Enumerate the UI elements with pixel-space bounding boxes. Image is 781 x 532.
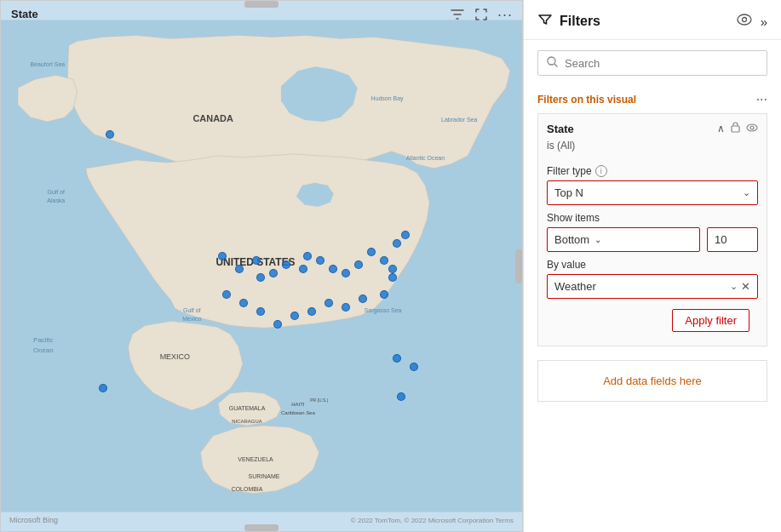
search-icon (547, 56, 558, 70)
more-icon[interactable]: ··· (497, 6, 514, 23)
svg-line-26 (554, 64, 558, 67)
apply-filter-area: Apply filter (547, 306, 758, 339)
svg-text:NICARAGUA: NICARAGUA (232, 419, 262, 424)
filters-header-icons: » (737, 14, 767, 29)
data-dot (388, 273, 397, 282)
data-dot (239, 299, 248, 307)
data-dot (342, 269, 350, 277)
data-dot (410, 363, 418, 371)
data-dot (380, 256, 388, 265)
chevron-right-icon[interactable]: » (761, 14, 767, 29)
filters-panel: Filters » Filters on this visual ··· (523, 0, 781, 532)
data-dot (256, 273, 265, 282)
svg-point-29 (750, 126, 754, 129)
svg-text:Mexico: Mexico (182, 316, 201, 322)
svg-text:Atlantic Ocean: Atlantic Ocean (406, 155, 445, 161)
svg-text:Gulf of: Gulf of (183, 307, 201, 313)
svg-text:Sargasso Sea: Sargasso Sea (365, 307, 402, 314)
map-toolbar: ··· (449, 6, 514, 23)
data-dot (388, 265, 397, 273)
filter-card-header: State ∧ (538, 114, 767, 140)
by-value-label: By value (547, 259, 758, 271)
data-dot (367, 248, 376, 256)
direction-arrow-icon: ⌄ (594, 235, 601, 244)
svg-point-25 (548, 57, 555, 65)
filter-type-label: Filter type i (547, 165, 758, 177)
section-header: Filters on this visual ··· (524, 86, 781, 110)
svg-text:PR (U.S.): PR (U.S.) (310, 398, 329, 403)
section-title: Filters on this visual (537, 94, 636, 106)
by-value-chevron-icon[interactable]: ⌄ (730, 281, 738, 292)
data-dot (397, 392, 405, 401)
svg-text:GUATEMALA: GUATEMALA (229, 405, 266, 411)
filter-card-icons: ∧ (717, 121, 758, 136)
data-dot (99, 384, 107, 392)
data-dot (269, 269, 278, 277)
svg-text:SURINAME: SURINAME (249, 473, 280, 479)
by-value-clear-icon[interactable]: ✕ (741, 280, 750, 293)
show-direction-dropdown[interactable]: Bottom ⌄ (547, 227, 700, 252)
data-dot (235, 265, 244, 273)
show-count-input[interactable] (707, 227, 758, 252)
filter-icon[interactable] (449, 6, 466, 23)
data-dot (401, 231, 410, 239)
search-box[interactable] (537, 50, 767, 76)
data-dot (329, 265, 337, 273)
by-value-dropdown[interactable]: Weather ⌄ ✕ (547, 274, 758, 299)
expand-icon[interactable] (473, 6, 490, 23)
data-dot (222, 290, 231, 299)
filters-title-group: Filters (537, 12, 600, 31)
data-dot (290, 312, 299, 320)
svg-text:COLOMBIA: COLOMBIA (232, 486, 263, 492)
svg-text:Alaska: Alaska (47, 197, 65, 203)
svg-text:Labrador Sea: Labrador Sea (441, 117, 477, 123)
filter-body: Filter type i Top N ⌄ Show items Bottom … (538, 158, 767, 346)
map-svg: CANADA UNITED STATES MEXICO GUATEMALA NI… (1, 1, 522, 531)
filter-funnel-icon (537, 12, 553, 31)
data-dot (359, 295, 367, 303)
add-data-fields[interactable]: Add data fields here (537, 360, 767, 402)
map-section: State ··· (0, 0, 523, 532)
svg-point-24 (742, 18, 746, 22)
data-dot (303, 252, 312, 260)
data-dot (354, 260, 363, 269)
apply-filter-button[interactable]: Apply filter (672, 309, 749, 332)
resize-handle-top[interactable] (244, 1, 279, 8)
data-dot (273, 320, 282, 329)
data-dot (299, 265, 307, 273)
map-copyright: © 2022 TomTom, © 2022 Microsoft Corporat… (351, 517, 514, 524)
section-more-icon[interactable]: ··· (756, 93, 767, 106)
by-value-icons: ⌄ ✕ (730, 280, 750, 293)
data-dot (324, 299, 333, 307)
eye-small-icon[interactable] (746, 123, 758, 134)
svg-text:MEXICO: MEXICO (160, 352, 190, 361)
show-items-label: Show items (547, 212, 758, 224)
search-input[interactable] (565, 57, 758, 70)
collapse-icon[interactable]: ∧ (717, 123, 725, 134)
filter-type-dropdown[interactable]: Top N ⌄ (547, 180, 758, 205)
resize-handle-bottom[interactable] (244, 524, 279, 531)
svg-text:VENEZUELA: VENEZUELA (238, 456, 273, 462)
data-dot (252, 256, 261, 265)
show-items-row: Bottom ⌄ (547, 227, 758, 252)
map-title: State (11, 8, 38, 20)
info-icon[interactable]: i (595, 165, 607, 177)
map-watermark: Microsoft Bing (9, 516, 58, 524)
filter-card-subtitle: is (All) (538, 140, 767, 158)
resize-handle-right[interactable] (515, 249, 522, 283)
data-dot (307, 307, 316, 316)
data-dot (282, 260, 290, 269)
filters-header: Filters » (524, 0, 781, 40)
filters-panel-title: Filters (560, 14, 600, 29)
data-dot (342, 303, 350, 312)
dropdown-arrow-icon: ⌄ (743, 187, 750, 198)
svg-text:Pacific: Pacific (33, 336, 53, 344)
svg-text:Hudson Bay: Hudson Bay (371, 95, 404, 102)
svg-rect-27 (732, 126, 739, 132)
eye-icon[interactable] (737, 14, 752, 29)
svg-point-23 (738, 14, 751, 25)
data-dot (256, 307, 265, 316)
data-dot (380, 290, 388, 299)
lock-icon[interactable] (730, 121, 741, 136)
data-dot (316, 256, 324, 265)
